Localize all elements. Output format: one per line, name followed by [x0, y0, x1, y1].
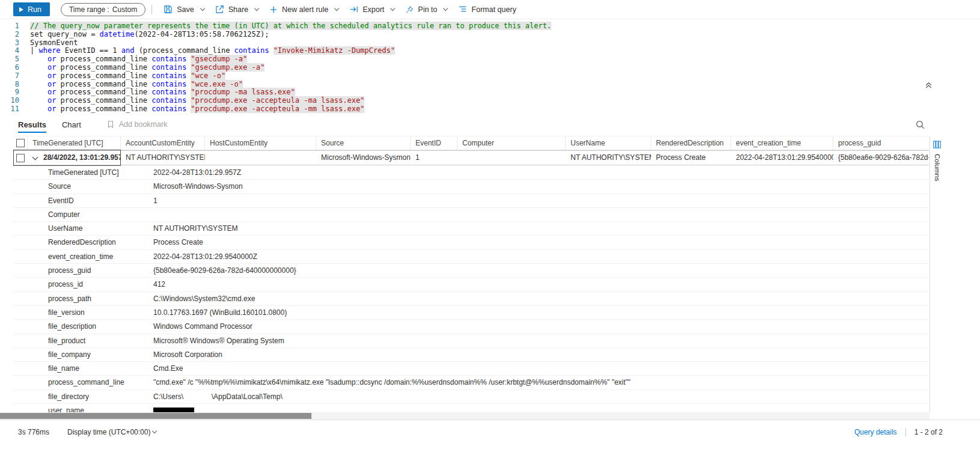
detail-key: TimeGenerated [UTC]: [13, 166, 153, 179]
horizontal-scrollbar-thumb[interactable]: [0, 413, 311, 419]
query-editor[interactable]: 1// The query_now parameter represents t…: [0, 19, 980, 113]
row-checkbox[interactable]: [16, 154, 25, 162]
column-header[interactable]: AccountCustomEntity: [121, 136, 205, 150]
query-details-link[interactable]: Query details: [854, 428, 897, 436]
collapse-editor-icon[interactable]: [925, 81, 933, 91]
code-token-keyword: contains: [152, 105, 186, 113]
line-number: 1: [0, 22, 19, 31]
run-play-icon: [19, 7, 23, 12]
share-button[interactable]: Share: [210, 0, 264, 19]
code-line[interactable]: 8 or process_command_line contains "wce.…: [0, 81, 980, 89]
line-number: 11: [0, 105, 19, 113]
detail-row[interactable]: Computer: [13, 208, 929, 222]
code-token-keyword: contains: [152, 55, 186, 63]
code-line[interactable]: 4| where EventID == 1 and (process_comma…: [0, 47, 980, 55]
chevron-down-icon: [390, 6, 395, 11]
column-header[interactable]: RenderedDescription: [651, 136, 731, 150]
cell-value: {5b80ea6e-9029-626a-782d-64: [833, 151, 929, 165]
save-button[interactable]: Save: [158, 0, 210, 19]
toolbar-divider: [152, 5, 152, 14]
code-token-plain: [30, 96, 47, 105]
detail-row[interactable]: process_pathC:\Windows\System32\cmd.exe: [13, 292, 929, 306]
code-token-keyword: or: [47, 96, 56, 105]
code-line[interactable]: 2set query_now = datetime(2022-04-28T13:…: [0, 31, 980, 39]
code-line[interactable]: 5 or process_command_line contains "gsec…: [0, 55, 980, 64]
detail-row[interactable]: process_command_line"cmd.exe" /c "%%tmp%…: [13, 376, 929, 389]
chevron-down-icon: [443, 6, 448, 11]
columns-rail-button[interactable]: Columns: [929, 136, 944, 412]
code-line[interactable]: 10 or process_command_line contains "pro…: [0, 97, 980, 105]
detail-row[interactable]: RenderedDescriptionProcess Create: [13, 236, 929, 249]
row-expand-chevron-icon[interactable]: [32, 154, 38, 160]
line-number: 3: [0, 39, 19, 47]
detail-value: "cmd.exe" /c "%%tmp%%\mimikatz\x64\mimik…: [153, 376, 929, 389]
detail-row[interactable]: file_version10.0.17763.1697 (WinBuild.16…: [13, 306, 929, 320]
detail-key: Source: [13, 180, 153, 193]
column-header[interactable]: EventID: [411, 136, 458, 150]
result-row[interactable]: 28/4/2022, 13:01:29.957NT AUTHORITY\SYST…: [13, 150, 929, 165]
detail-row[interactable]: file_nameCmd.Exe: [13, 362, 929, 376]
code-token-keyword: and: [121, 46, 135, 55]
save-icon: [164, 5, 173, 14]
time-range-picker[interactable]: Time range : Custom: [61, 3, 145, 16]
detail-row[interactable]: user_name: [13, 404, 929, 412]
tab-results[interactable]: Results: [18, 113, 46, 136]
code-token-keyword: or: [47, 80, 56, 88]
detail-row[interactable]: file_productMicrosoft® Windows® Operatin…: [13, 334, 929, 348]
code-token-string: "procdump -ma lsass.exe": [191, 88, 295, 96]
detail-row[interactable]: SourceMicrosoft-Windows-Sysmon: [13, 180, 929, 194]
code-token-keyword: or: [47, 55, 56, 63]
column-header[interactable]: Computer: [458, 136, 566, 150]
column-header[interactable]: TimeGenerated [UTC]: [28, 136, 121, 150]
horizontal-scrollbar[interactable]: [0, 412, 929, 420]
line-number: 5: [0, 55, 19, 64]
code-line[interactable]: 7 or process_command_line contains "wce …: [0, 72, 980, 81]
code-token-plain: process_command_line: [56, 105, 152, 113]
code-line[interactable]: 11 or process_command_line contains "pro…: [0, 105, 980, 113]
chevron-down-icon: [152, 429, 157, 433]
code-line[interactable]: 9 or process_command_line contains "proc…: [0, 88, 980, 97]
code-line[interactable]: 1// The query_now parameter represents t…: [0, 22, 980, 31]
detail-value: Microsoft-Windows-Sysmon: [153, 180, 929, 193]
format-query-button[interactable]: Format query: [453, 0, 521, 19]
detail-key: process_id: [13, 278, 153, 291]
column-header[interactable]: UserName: [566, 136, 651, 150]
code-line[interactable]: 6 or process_command_line contains "gsec…: [0, 64, 980, 72]
code-token-keyword: or: [47, 88, 56, 96]
detail-row[interactable]: process_id412: [13, 278, 929, 292]
code-token-string: "wce.exe -o": [191, 80, 243, 88]
detail-row[interactable]: TimeGenerated [UTC]2022-04-28T13:01:29.9…: [13, 166, 929, 180]
column-header[interactable]: event_creation_time: [731, 136, 833, 150]
add-bookmark-button[interactable]: Add bookmark: [106, 120, 168, 129]
column-header[interactable]: Source: [316, 136, 411, 150]
format-query-button-label: Format query: [471, 5, 516, 14]
detail-key: process_command_line: [13, 376, 153, 389]
detail-row[interactable]: process_guid{5b80ea6e-9029-626a-782d-640…: [13, 264, 929, 278]
select-all-checkbox[interactable]: [16, 139, 25, 147]
detail-value: 2022-04-28T13:01:29.957Z: [153, 166, 929, 179]
detail-row[interactable]: file_directoryC:\Users\ \AppData\Local\T…: [13, 390, 929, 404]
detail-row[interactable]: file_descriptionWindows Command Processo…: [13, 320, 929, 334]
export-button[interactable]: Export: [344, 0, 400, 19]
line-number: 2: [0, 31, 19, 39]
cell-value: NT AUTHORITY\SYSTEM: [566, 151, 651, 165]
code-token-plain: process_command_line: [56, 80, 152, 88]
cell-value: [458, 151, 566, 165]
tab-chart[interactable]: Chart: [62, 113, 81, 136]
detail-value: NT AUTHORITY\SYSTEM: [153, 222, 929, 235]
export-icon: [349, 5, 358, 14]
detail-row[interactable]: UserNameNT AUTHORITY\SYSTEM: [13, 222, 929, 236]
detail-row[interactable]: event_creation_time2022-04-28T13:01:29.9…: [13, 250, 929, 264]
column-header[interactable]: HostCustomEntity: [205, 136, 316, 150]
detail-row[interactable]: file_companyMicrosoft Corporation: [13, 348, 929, 362]
detail-row[interactable]: EventID1: [13, 194, 929, 208]
code-text: or process_command_line contains "procdu…: [30, 88, 295, 97]
pin-to-button[interactable]: Pin to: [400, 0, 453, 19]
column-header[interactable]: process_guid: [833, 136, 929, 150]
display-time-dropdown[interactable]: Display time (UTC+00:00): [67, 428, 156, 436]
run-button[interactable]: Run: [13, 2, 50, 16]
detail-value: Cmd.Exe: [153, 362, 929, 375]
code-line[interactable]: 3SysmonEvent: [0, 39, 980, 47]
search-results-button[interactable]: [915, 120, 925, 132]
new-alert-rule-button[interactable]: New alert rule: [264, 0, 344, 19]
